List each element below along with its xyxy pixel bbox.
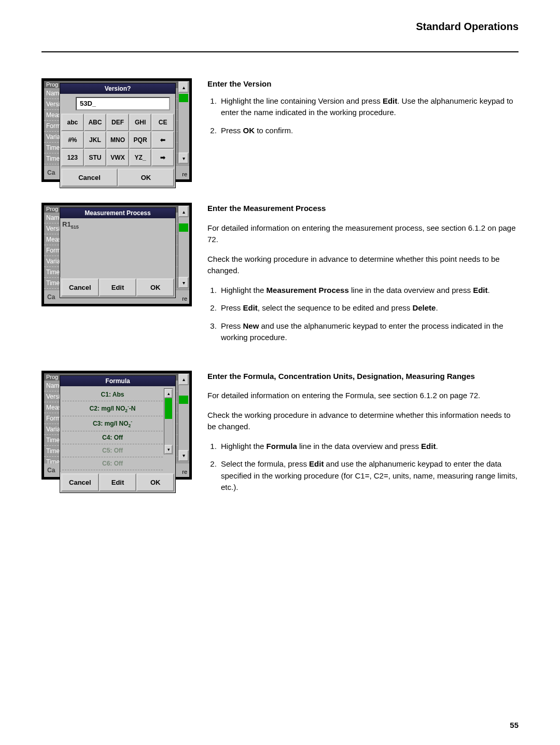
formula-dialog: Formula C1: Abs C2: mg/l NO2--N C3: mg/l… — [60, 375, 176, 494]
scroll-down-icon[interactable]: ▾ — [178, 277, 189, 288]
key-abc-lower[interactable]: abc — [61, 114, 84, 131]
key-ghi[interactable]: GHI — [129, 114, 152, 131]
formula-item[interactable]: C4: Off — [62, 431, 163, 444]
scroll-up-icon[interactable]: ▴ — [178, 206, 189, 217]
scroll-thumb[interactable] — [165, 398, 172, 419]
cancel-button[interactable]: Cancel — [61, 278, 99, 297]
section-intro: For detailed information on entering the… — [207, 222, 519, 246]
bg-prog-label: Prog — [46, 81, 58, 88]
key-vwx[interactable]: VWX — [106, 149, 129, 166]
key-mno[interactable]: MNO — [106, 131, 129, 149]
formula-item[interactable]: C2: mg/l NO2--N — [62, 401, 163, 416]
key-yz[interactable]: YZ_ — [129, 149, 152, 166]
bg-prog-label: Prog — [46, 374, 58, 380]
step-item: Highlight the Formula line in the data o… — [219, 441, 519, 453]
formula-item[interactable]: C3: mg/l NO2- — [62, 416, 163, 431]
outer-scrollbar[interactable]: ▴ ▾ — [178, 205, 189, 289]
section-note: Check the working procedure in advance t… — [207, 254, 519, 277]
screenshot-version-dialog: Prog Name Versio Measu Formu Varial Time… — [41, 78, 192, 182]
section-heading: Enter the Formula, Concentration Units, … — [207, 371, 519, 383]
scroll-down-icon[interactable]: ▾ — [178, 450, 189, 461]
measurement-dialog: Measurement Process R1515 Cancel Edit OK — [60, 207, 176, 298]
bg-footer-left: Ca — [47, 293, 55, 301]
screenshot-measurement-dialog: Prog Name Versio Measu Formu Varial Time… — [41, 203, 192, 350]
bg-footer-right: re — [182, 469, 187, 475]
key-stu[interactable]: STU — [84, 149, 107, 166]
bg-prog-label: Prog — [46, 206, 58, 212]
bg-footer-right: re — [182, 296, 187, 302]
step-item: Highlight the line containing Version an… — [219, 95, 519, 119]
step-item: Highlight the Measurement Process line i… — [219, 285, 519, 297]
scroll-up-icon[interactable]: ▴ — [178, 374, 189, 385]
key-ce[interactable]: CE — [151, 114, 174, 131]
version-dialog: Version? 53D_ abc ABC DEF GHI CE #% JKL … — [60, 83, 176, 188]
outer-scrollbar[interactable]: ▴ ▾ — [178, 81, 189, 164]
section-heading: Enter the Version — [207, 78, 519, 90]
edit-button[interactable]: Edit — [99, 473, 137, 491]
key-left-arrow-icon[interactable]: ⬅ — [151, 131, 174, 149]
formula-item[interactable]: C1: Abs — [62, 388, 163, 401]
ok-button[interactable]: OK — [136, 473, 174, 491]
key-pqr[interactable]: PQR — [129, 131, 152, 149]
dialog-title: Measurement Process — [60, 208, 175, 218]
scroll-up-icon[interactable]: ▴ — [164, 389, 173, 398]
key-abc-upper[interactable]: ABC — [84, 114, 107, 131]
key-jkl[interactable]: JKL — [84, 131, 107, 149]
scroll-thumb[interactable] — [179, 396, 188, 404]
header-title: Standard Operations — [41, 21, 519, 36]
key-def[interactable]: DEF — [106, 114, 129, 131]
bg-footer-right: re — [182, 171, 187, 177]
outer-scrollbar[interactable]: ▴ ▾ — [178, 373, 189, 462]
key-right-arrow-icon[interactable]: ➡ — [151, 149, 174, 166]
dialog-title: Version? — [60, 83, 175, 94]
key-symbols[interactable]: #% — [61, 131, 84, 149]
scroll-down-icon[interactable]: ▾ — [164, 445, 173, 454]
step-item: Press OK to confirm. — [219, 125, 519, 137]
cancel-button[interactable]: Cancel — [61, 473, 99, 491]
dialog-title: Formula — [60, 376, 175, 386]
section-heading: Enter the Measurement Process — [207, 203, 519, 215]
scroll-thumb[interactable] — [179, 94, 188, 102]
step-item: Select the formula, press Edit and use t… — [219, 458, 519, 494]
version-input[interactable]: 53D_ — [76, 97, 170, 110]
ok-button[interactable]: OK — [136, 278, 174, 297]
step-item: Press Edit, select the sequence to be ed… — [219, 302, 519, 314]
page-number: 55 — [510, 721, 519, 729]
scroll-thumb[interactable] — [179, 223, 188, 232]
page-header: Standard Operations — [41, 21, 519, 52]
section-intro: For detailed information on entering the… — [207, 390, 519, 402]
scroll-down-icon[interactable]: ▾ — [178, 152, 189, 164]
cancel-button[interactable]: Cancel — [61, 168, 118, 187]
step-item: Press New and use the alphanumeric keypa… — [219, 320, 519, 344]
bg-footer-left: Ca — [47, 467, 55, 474]
formula-item[interactable]: C5: Off — [62, 444, 163, 457]
screenshot-formula-dialog: Prog Name Versio Measu Formu Varial Time… — [41, 371, 192, 500]
section-note: Check the working procedure in advance t… — [207, 410, 519, 433]
formula-scrollbar[interactable]: ▴ ▾ — [164, 388, 173, 455]
key-123[interactable]: 123 — [61, 149, 84, 166]
formula-item[interactable]: C6: Off — [62, 457, 163, 470]
measurement-content: R1515 — [60, 218, 175, 277]
scroll-up-icon[interactable]: ▴ — [178, 81, 189, 93]
ok-button[interactable]: OK — [118, 168, 174, 187]
bg-footer-left: Ca — [47, 169, 55, 176]
header-rule — [41, 51, 519, 52]
edit-button[interactable]: Edit — [99, 278, 137, 297]
